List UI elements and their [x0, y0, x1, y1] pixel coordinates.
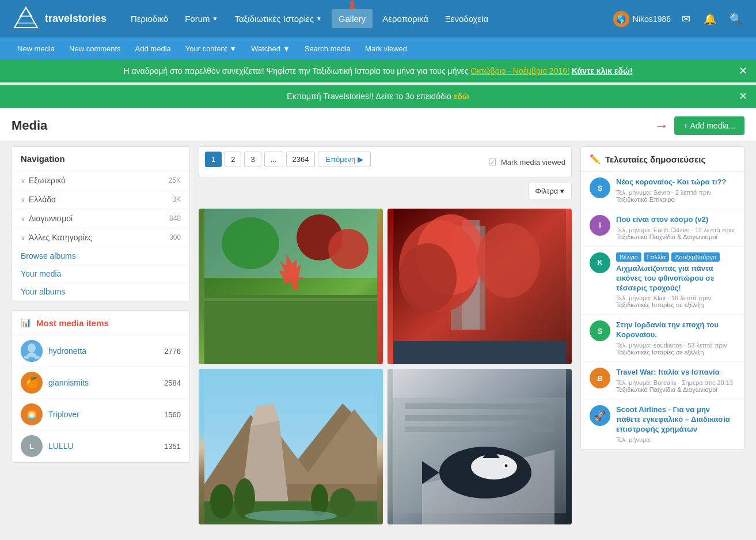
subnav-your-content[interactable]: Your content ▼ [180, 41, 242, 56]
logo[interactable]: travelstories [12, 5, 107, 33]
nav-exoteriko[interactable]: ∨ Εξωτερικό 25K [12, 171, 189, 190]
subnav-add-media[interactable]: Add media [130, 41, 177, 56]
post-title-5[interactable]: Travel War: Ιταλία vs Ισπανία [616, 368, 735, 377]
svg-rect-40 [405, 426, 554, 432]
ellada-label: Ελλάδα [29, 195, 56, 204]
alles-label: Άλλες Κατηγορίες [29, 233, 92, 242]
post-tags-3: Βέλγιο Γαλλία Λουξεμβούργο [616, 252, 735, 262]
post-avatar-3: K [590, 252, 610, 273]
name-lullu: LULLU [48, 441, 158, 451]
username: Nikos1986 [633, 14, 671, 24]
tag-velgio[interactable]: Βέλγιο [616, 252, 641, 262]
svg-point-22 [399, 243, 457, 312]
nav-gallery[interactable]: ▲ Gallery [332, 9, 373, 28]
banner-1-close[interactable]: ✕ [739, 65, 747, 77]
banner-1-link[interactable]: Οκτώβριο - Νοέμβριο 2016! [470, 66, 569, 75]
nav-right: 🌎 Nikos1986 ✉ 🔔 🔍 [613, 10, 744, 28]
svg-point-6 [28, 343, 36, 353]
banner-1-bold-link[interactable]: Κάντε κλικ εδώ! [572, 66, 633, 75]
user-badge[interactable]: 🌎 Nikos1986 [613, 11, 671, 27]
avatar-lullu: L [21, 435, 43, 457]
avatar-giannismits: 🍊 [21, 372, 43, 394]
subnav-new-media[interactable]: New media [12, 41, 60, 56]
next-page-btn[interactable]: Επόμενη ▶ [318, 152, 371, 167]
subnav-search-media[interactable]: Search media [299, 41, 356, 56]
post-category-1: Ταξιδιωτικά Επίκαιρα [616, 196, 735, 203]
nav-alles[interactable]: ∨ Άλλες Κατηγορίες 300 [12, 228, 189, 247]
nav-xenodoxeia[interactable]: Ξενοδοχεία [438, 9, 495, 28]
search-icon[interactable]: 🔍 [727, 10, 744, 28]
browse-albums-link[interactable]: Browse albums [12, 247, 189, 265]
subnav-new-comments[interactable]: New comments [63, 41, 127, 56]
svg-rect-16 [204, 298, 377, 301]
media-thumb-2[interactable] [388, 209, 572, 364]
nav-diagonismoi[interactable]: ∨ Διαγωνισμοί 840 [12, 209, 189, 228]
subnav-watched[interactable]: Watched ▼ [245, 41, 296, 56]
svg-rect-38 [405, 403, 554, 409]
page-btn-2[interactable]: 2 [225, 152, 241, 167]
post-title-6[interactable]: Scoot Airlines - Για να μην πάθετε εγκεφ… [616, 405, 735, 435]
svg-point-35 [245, 510, 337, 522]
media-thumb-4[interactable] [388, 369, 572, 524]
nav-aeroporika[interactable]: Αεροπορικά [375, 9, 435, 28]
main-nav: Περιοδικό Forum ▼ Ταξιδιωτικές Ιστορίες … [124, 9, 613, 28]
post-title-3[interactable]: Αιχμαλωτίζοντας για πάντα εικόνες του φθ… [616, 264, 735, 293]
banner-2-close[interactable]: ✕ [739, 90, 747, 103]
svg-rect-39 [405, 415, 554, 421]
media-thumb-1[interactable] [199, 209, 383, 364]
your-media-link[interactable]: Your media [12, 265, 189, 283]
user-row-lullu[interactable]: L LULLU 1351 [12, 431, 189, 462]
top-navigation: travelstories Περιοδικό Forum ▼ Ταξιδιωτ… [0, 0, 756, 37]
avatar-hydronetta [21, 340, 43, 362]
count-hydronetta: 2776 [164, 347, 181, 356]
most-media-title: 📊 Most media items [12, 311, 189, 335]
page-btn-last[interactable]: 2364 [286, 152, 316, 167]
svg-rect-15 [204, 295, 377, 364]
post-title-4[interactable]: Στην Ιορδανία την εποχή του Κοροναίου. [616, 320, 735, 340]
post-category-2: Ταξιδιωτικά Παιχνίδια & Διαγωνισμοί [616, 233, 735, 240]
watched-arrow: ▼ [283, 44, 290, 53]
nav-forum[interactable]: Forum ▼ [178, 9, 225, 28]
sub-navigation: New media New comments Add media Your co… [0, 37, 756, 59]
checkbox-icon[interactable]: ☑ [488, 157, 496, 168]
nav-ellada[interactable]: ∨ Ελλάδα 3K [12, 190, 189, 209]
filters-button[interactable]: Φίλτρα ▾ [528, 183, 572, 199]
add-media-button[interactable]: + Add media... [674, 116, 744, 135]
mail-icon[interactable]: ✉ [679, 10, 693, 28]
user-row-hydronetta[interactable]: hydronetta 2776 [12, 335, 189, 367]
post-category-3: Ταξιδιωτικές Ιστορίες σε εξέλιξη [616, 301, 735, 308]
filter-row: Φίλτρα ▾ [199, 183, 572, 204]
your-albums-link[interactable]: Your albums [12, 283, 189, 301]
chart-icon: 📊 [21, 318, 32, 328]
post-title-1[interactable]: Νέος κοροναίος- Και τώρα τι?? [616, 178, 735, 187]
forum-arrow: ▼ [212, 16, 218, 22]
count-lullu: 1351 [164, 442, 181, 451]
svg-point-12 [222, 217, 279, 269]
banner-2-link[interactable]: εδώ [454, 92, 469, 101]
tag-gallia[interactable]: Γαλλία [644, 252, 669, 262]
ellada-count: 3K [172, 195, 181, 203]
svg-point-9 [27, 353, 36, 357]
diagonismoi-count: 840 [169, 214, 181, 222]
page-btn-3[interactable]: 3 [244, 152, 261, 167]
page-btn-ellipsis[interactable]: ... [264, 152, 283, 167]
page-btn-1[interactable]: 1 [205, 152, 222, 167]
user-row-giannismits[interactable]: 🍊 giannismits 2584 [12, 367, 189, 399]
tag-lux[interactable]: Λουξεμβούργο [671, 252, 720, 262]
alles-count: 300 [169, 233, 181, 241]
post-item-2: I Πού είναι στον κόσμο (v2) Τελ. μήνυμα:… [581, 209, 744, 247]
gallery-up-arrow: ▲ [347, 0, 358, 12]
bell-icon[interactable]: 🔔 [701, 10, 719, 28]
nav-periodiko[interactable]: Περιοδικό [124, 9, 175, 28]
post-meta-3: Τελ. μήνυμα: Klair · 16 λεπτά πριν [616, 294, 735, 301]
subnav-mark-viewed[interactable]: Mark viewed [359, 41, 413, 56]
mark-viewed-label: Mark media viewed [501, 158, 565, 167]
post-item-6: 🚀 Scoot Airlines - Για να μην πάθετε εγκ… [581, 399, 744, 450]
user-row-triplover[interactable]: 🌅 Triplover 1560 [12, 399, 189, 431]
user-avatar: 🌎 [613, 11, 629, 27]
nav-taxidiotikes[interactable]: Ταξιδιωτικές Ιστορίες ▼ [227, 9, 328, 28]
thumb-red-tree-svg [388, 209, 572, 364]
media-thumb-3[interactable] [199, 369, 383, 524]
sidebar: Navigation ∨ Εξωτερικό 25K ∨ Ελλάδα 3K ∨… [12, 146, 190, 524]
post-title-2[interactable]: Πού είναι στον κόσμο (v2) [616, 215, 735, 225]
